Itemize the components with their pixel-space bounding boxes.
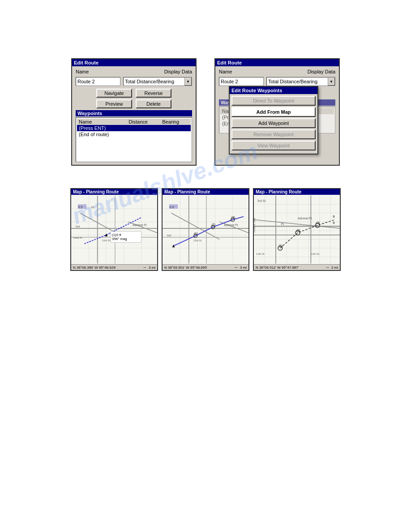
dialog2-name-label: Name [219, 69, 232, 74]
map1-coords: N 36°08.390' W 95°48.929' [73, 266, 141, 270]
svg-text:11th St: 11th St [102, 239, 111, 242]
map-window-2: Map - Planning Route [162, 188, 249, 271]
map3-coords: N 36°09.512' W 95°47.987' [256, 266, 324, 270]
dialog1-titlebar: Edit Route [72, 59, 196, 66]
svg-text:(3): (3) [316, 221, 320, 225]
svg-text:Admiral Pl.: Admiral Pl. [298, 217, 313, 220]
svg-text:(1): (1) [112, 233, 116, 237]
map2-titlebar: Map - Planning Route [163, 189, 248, 195]
col-bearing: Bearing [160, 119, 191, 125]
popup-remove-waypoint[interactable]: Remove Waypoint [231, 129, 316, 139]
table-row[interactable]: (Press ENT) [77, 125, 191, 131]
dialog2-col-extra [317, 108, 334, 114]
dialog1-reverse-button[interactable]: Reverse [136, 89, 171, 98]
map-window-1: Map - Planning Route [70, 188, 158, 271]
map1-arrow-icon: ↔ [143, 265, 147, 270]
col-distance: Distance [127, 119, 160, 125]
row2-name: (End of route) [77, 131, 127, 137]
row1-name: (Press ENT) [77, 125, 127, 131]
svg-text:509: 509 [167, 234, 171, 237]
popup-body: Direct To Waypoint Add From Map Add Wayp… [230, 94, 317, 154]
svg-text:145th E. Ave.: 145th E. Ave. [254, 217, 256, 233]
popup-direct-to-waypoint[interactable]: Direct To Waypoint [231, 96, 316, 106]
dialog1-waypoints-table-wrapper: Name Distance Bearing (Press ENT) (End o [76, 117, 192, 162]
top-section: Edit Route Name Display Data Total Dista… [0, 0, 411, 179]
dialog1-fields-row: Total Distance/Bearing ▼ [76, 77, 192, 86]
svg-text:II: II [333, 215, 334, 219]
map2-statusbar: N 36°09.501' W 95°48.695' ↔ 3 mi [163, 264, 248, 270]
svg-text:(3): (3) [231, 216, 235, 219]
svg-text:509: 509 [76, 225, 80, 228]
svg-text:(2): (2) [296, 229, 300, 232]
dialog1-button-row1: Navigate Reverse [76, 89, 192, 98]
dialog2-titlebar: Edit Route [215, 59, 339, 66]
map-section: Map - Planning Route [0, 179, 411, 280]
dialog2-display-value: Total Distance/Bearing [267, 78, 328, 85]
dialog1-name-label: Name [76, 69, 89, 74]
svg-text:(1): (1) [194, 232, 198, 236]
map2-arrow-icon: ↔ [234, 265, 238, 270]
dialog1-button-row2: Preview Delete [76, 99, 192, 108]
row1-bearing [160, 125, 191, 131]
dialog2-body: Name Display Data Total Distance/Bearing… [215, 66, 339, 136]
dialog1-waypoints-header: Waypoints [76, 110, 192, 116]
svg-text:Pl.: Pl. [281, 223, 285, 226]
svg-text:(2): (2) [212, 223, 215, 227]
dialog1-preview-button[interactable]: Preview [96, 99, 132, 108]
svg-text:II: II [333, 221, 334, 225]
svg-text:356° mag: 356° mag [112, 237, 127, 241]
dialog2-name-input[interactable] [219, 77, 264, 86]
map1-titlebar: Map - Planning Route [71, 189, 157, 195]
dialog1-delete-button[interactable]: Delete [136, 99, 171, 108]
edit-route-dialog-1: Edit Route Name Display Data Total Dista… [71, 58, 197, 166]
svg-text:11th St: 11th St [193, 239, 202, 242]
map2-svg: (1) (2) (3) Admiral Pl. 11th St 509 0.5 [163, 195, 248, 264]
dialog1-display-select[interactable]: Total Distance/Bearing ▼ [123, 77, 192, 86]
row2-bearing [160, 131, 191, 137]
map3-statusbar: N 36°09.512' W 95°47.987' ↔ 2 mi [254, 264, 340, 270]
map3-scale: 2 mi [331, 266, 338, 270]
map2-coords: N 36°09.501' W 95°48.695' [164, 266, 232, 270]
dialog2-dropdown-arrow[interactable]: ▼ [328, 77, 335, 86]
col-name: Name [77, 119, 127, 125]
dialog1-body: Name Display Data Total Distance/Bearing… [72, 66, 196, 165]
map3-arrow-icon: ↔ [325, 265, 330, 270]
popup-add-waypoint[interactable]: Add Waypoint [231, 118, 316, 128]
dialog1-name-input[interactable] [76, 77, 120, 86]
map2-content: (1) (2) (3) Admiral Pl. 11th St 509 0.5 [163, 195, 248, 264]
popup-titlebar: Edit Route Waypoints [230, 87, 317, 94]
dialog1-waypoints-table: Name Distance Bearing (Press ENT) (End o [77, 119, 191, 137]
dialog2-display-select[interactable]: Total Distance/Bearing ▼ [266, 77, 335, 86]
edit-route-dialog-2: Edit Route Name Display Data Total Dista… [214, 58, 340, 166]
dialog1-display-label: Display Data [164, 69, 192, 74]
svg-text:11th St: 11th St [256, 253, 265, 255]
svg-text:mi: mi [91, 206, 94, 209]
map1-scale: 3 mi [149, 266, 155, 270]
edit-route-waypoints-popup: Edit Route Waypoints Direct To Waypoint … [229, 86, 318, 154]
popup-add-from-map[interactable]: Add From Map [231, 107, 316, 117]
popup-view-waypoint[interactable]: View Waypoint [231, 141, 316, 150]
map1-content: (1) 0 ft 356° mag Admiral Pl. miral Pl. … [71, 195, 157, 264]
table-row[interactable]: (End of route) [77, 131, 191, 137]
svg-text:Admiral Pl.: Admiral Pl. [224, 223, 239, 227]
map3-svg: 3rd St. Admiral Pl. 11th St 11th St 145t… [254, 195, 340, 264]
dialog1-dropdown-arrow[interactable]: ▼ [184, 77, 192, 86]
dialog1-navigate-button[interactable]: Navigate [96, 89, 132, 98]
map3-content: 3rd St. Admiral Pl. 11th St 11th St 145t… [254, 195, 340, 264]
map-window-3: Map - Planning Route [253, 188, 341, 271]
dialog1-labels-row: Name Display Data [76, 69, 192, 74]
svg-text:11th St: 11th St [311, 253, 319, 255]
map1-svg: (1) 0 ft 356° mag Admiral Pl. miral Pl. … [71, 195, 157, 264]
svg-text:0 ft: 0 ft [116, 233, 122, 237]
svg-text:Admiral Pl.: Admiral Pl. [133, 223, 147, 227]
svg-text:(1): (1) [279, 244, 283, 248]
map1-statusbar: N 36°08.390' W 95°48.929' ↔ 3 mi [71, 264, 157, 270]
svg-text:0.5: 0.5 [78, 206, 83, 209]
map2-scale: 3 mi [240, 266, 247, 270]
map3-titlebar: Map - Planning Route [254, 189, 340, 195]
row2-distance [127, 131, 160, 137]
dialog2-labels-row: Name Display Data [219, 69, 335, 74]
svg-text:0.5: 0.5 [170, 206, 174, 209]
dialog2-fields-row: Total Distance/Bearing ▼ [219, 77, 335, 86]
dialog1-display-value: Total Distance/Bearing [124, 78, 184, 85]
